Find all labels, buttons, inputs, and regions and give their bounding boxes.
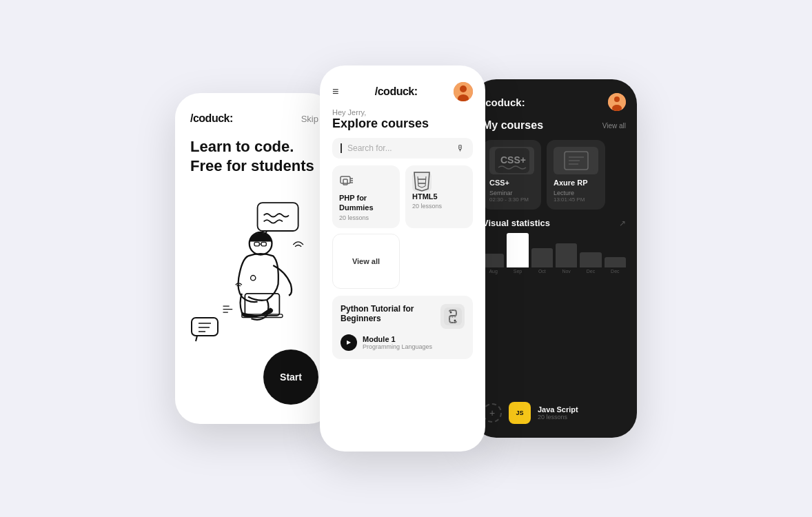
python-icon	[440, 304, 465, 329]
svg-point-28	[614, 97, 620, 102]
css-name: CSS+	[489, 179, 534, 187]
svg-rect-4	[261, 242, 266, 245]
phone-onboarding: /coduck: Skip Learn to code. Free for st…	[175, 93, 334, 424]
svg-rect-17	[341, 176, 350, 183]
add-course-row: + JS Java Script 20 lessons	[483, 402, 626, 424]
bar-dec1: Dec	[580, 252, 601, 274]
visual-stats-header: Visual statistics ↗	[483, 218, 626, 228]
view-all-card[interactable]: View all	[332, 234, 400, 289]
html5-title: HTML5	[412, 192, 466, 201]
phone-explore: ≡ /coduck: Hey Jerry, Explore courses Se…	[320, 65, 485, 452]
add-course-button[interactable]: +	[483, 403, 502, 423]
bar-aug: Aug	[483, 254, 504, 274]
svg-text:CSS+: CSS+	[500, 154, 526, 165]
svg-point-15	[460, 85, 467, 92]
css-course-image: CSS+	[489, 147, 534, 174]
brand-logo-phone2: /coduck:	[375, 85, 418, 98]
phone-mycourses: /coduck: My courses View all	[471, 79, 637, 438]
brand-logo-phone1: /coduck:	[190, 112, 233, 125]
svg-point-25	[449, 311, 451, 313]
axure-course-image	[554, 147, 598, 174]
dark-course-axure[interactable]: Axure RP Lecture 13:01:45 PM	[547, 140, 605, 210]
courses-grid: PHP forDummies 20 lessons HTML5 20	[332, 165, 473, 289]
module-title: Module 1	[363, 335, 465, 343]
bar-nov: Nov	[556, 243, 577, 274]
css-type: Seminar	[489, 190, 534, 196]
php-title: PHP forDummies	[339, 193, 393, 213]
play-button[interactable]: ▶	[341, 334, 357, 351]
css-time: 02:30 - 3:30 PM	[489, 196, 534, 203]
js-badge: JS	[509, 402, 531, 424]
php-icon	[339, 172, 356, 189]
avatar-image	[454, 82, 473, 101]
dark-courses-scroll: CSS+ CSS+ Seminar 02:30 - 3:30 PM	[483, 140, 626, 210]
axure-name: Axure RP	[554, 179, 598, 187]
hamburger-icon[interactable]: ≡	[332, 85, 338, 98]
php-subtitle: 20 lessons	[339, 214, 393, 221]
bar-oct: Oct	[531, 248, 553, 274]
avatar-image-dark	[608, 93, 626, 111]
axure-type: Lecture	[554, 190, 598, 196]
avatar-phone2[interactable]	[454, 82, 473, 101]
skip-button[interactable]: Skip	[301, 114, 318, 124]
share-icon[interactable]: ↗	[619, 219, 626, 228]
view-all-label: View all	[352, 257, 380, 265]
bar-chart: Aug Sep Oct Nov Dec	[483, 236, 626, 285]
avatar-phone3[interactable]	[608, 93, 626, 111]
phone2-header: ≡ /coduck:	[332, 82, 473, 101]
svg-rect-9	[192, 318, 218, 336]
bar-dec2: Dec	[605, 257, 626, 274]
svg-line-10	[196, 336, 197, 341]
bar-sep: Sep	[507, 233, 528, 274]
start-button[interactable]: Start	[263, 349, 318, 405]
course-card-html5[interactable]: HTML5 20 lessons	[405, 165, 473, 228]
js-info: Java Script 20 lessons	[538, 405, 626, 420]
module-row: ▶ Module 1 Programming Languages	[341, 334, 465, 351]
search-bar[interactable]: Search for... 🎙	[332, 138, 473, 159]
html5-subtitle: 20 lessons	[412, 203, 466, 210]
svg-point-26	[454, 319, 456, 321]
js-title: Java Script	[538, 405, 626, 414]
svg-rect-0	[258, 203, 298, 231]
python-title: Python Tutorial for Beginners	[341, 304, 440, 323]
mic-icon[interactable]: 🎙	[456, 143, 465, 153]
greeting-text: Hey Jerry, Explore courses	[332, 108, 473, 131]
brand-logo-phone3: /coduck:	[483, 97, 525, 108]
coding-illustration	[196, 196, 313, 334]
my-courses-header: My courses View all	[483, 119, 626, 132]
python-tutorial-card: Python Tutorial for Beginners ▶	[332, 296, 473, 359]
axure-time: 13:01:45 PM	[554, 196, 598, 203]
view-all-dark[interactable]: View all	[602, 122, 626, 130]
phone3-header: /coduck:	[483, 93, 626, 111]
dark-course-css[interactable]: CSS+ CSS+ Seminar 02:30 - 3:30 PM	[483, 140, 541, 210]
showcase-container: /coduck: Skip Learn to code. Free for st…	[0, 0, 812, 517]
illustration-area	[190, 186, 318, 344]
js-lessons: 20 lessons	[538, 414, 626, 420]
svg-rect-3	[254, 242, 259, 245]
phone1-header: /coduck: Skip	[190, 112, 318, 125]
my-courses-title: My courses	[483, 119, 543, 132]
svg-rect-18	[343, 179, 347, 185]
headline-text: Learn to code. Free for students	[190, 137, 318, 175]
search-cursor	[341, 143, 342, 153]
svg-point-8	[251, 275, 256, 280]
speech-bubble-doodle	[190, 316, 225, 344]
course-card-php[interactable]: PHP forDummies 20 lessons	[332, 165, 400, 228]
visual-stats-title: Visual statistics	[483, 218, 550, 228]
html5-icon	[412, 172, 432, 192]
search-placeholder: Search for...	[347, 143, 451, 153]
module-subtitle: Programming Languages	[363, 343, 465, 350]
